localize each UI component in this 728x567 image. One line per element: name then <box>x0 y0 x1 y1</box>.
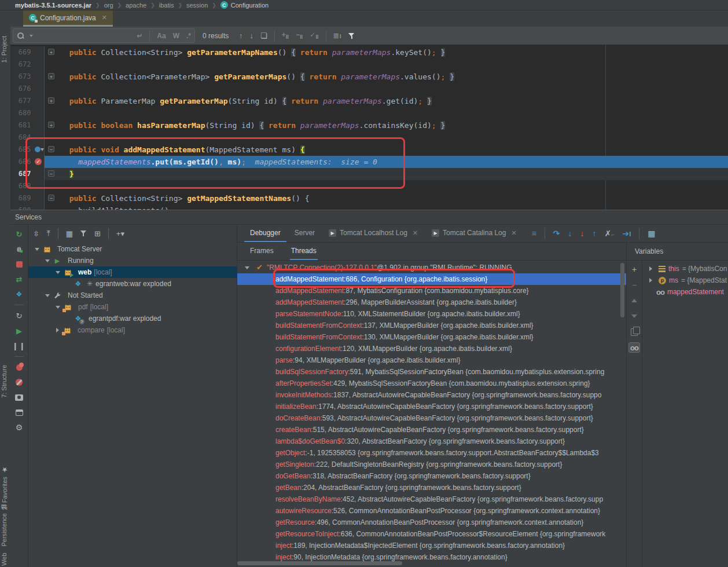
stack-frame-row[interactable]: initializeBean:1774, AbstractAutowireCap… <box>237 401 626 412</box>
stack-frame-row[interactable]: addMappedStatement:296, MapperBuilderAss… <box>237 297 626 308</box>
chevron-down-icon[interactable] <box>45 294 50 297</box>
code-line[interactable]: 684 <box>10 131 728 144</box>
stack-frame-row[interactable]: addMappedStatement:686, Configuration {o… <box>237 273 626 285</box>
breadcrumb-item[interactable]: org <box>104 2 113 9</box>
gutter[interactable]: 684 <box>10 131 45 144</box>
services-filter-icon[interactable] <box>80 230 87 237</box>
gutter[interactable]: 677 <box>10 95 45 107</box>
evaluate-expression-icon[interactable]: ▦ <box>648 229 655 238</box>
close-icon[interactable]: ✕ <box>413 229 418 237</box>
gutter-icon-slot[interactable] <box>33 204 44 210</box>
code-line-text[interactable]: + public boolean hasParameterMap(String … <box>45 119 728 131</box>
collapse-all-icon[interactable]: ⤒ <box>47 229 50 238</box>
gutter-icon-slot[interactable] <box>33 192 44 204</box>
gutter-icon-slot[interactable] <box>33 180 44 192</box>
code-line-text[interactable]: − public void addMappedStatement(MappedS… <box>45 144 728 156</box>
gutter-icon-slot[interactable] <box>33 144 44 156</box>
gutter[interactable]: 686✓ <box>10 156 45 168</box>
gutter[interactable]: 669 <box>10 46 45 58</box>
fold-expand-icon[interactable]: + <box>48 122 54 128</box>
code-line[interactable]: 687− } <box>10 168 728 180</box>
gutter[interactable]: 688 <box>10 180 45 192</box>
vertical-scrollbar[interactable] <box>620 263 624 317</box>
fold-collapse-icon[interactable]: − <box>48 195 54 201</box>
add-occurrence-icon[interactable]: +Ⅱ <box>282 31 289 40</box>
rerun-icon[interactable]: ↻ <box>14 229 24 239</box>
search-input[interactable]: ↵ Aa W .* <box>13 28 195 43</box>
tool-window-button-persistence[interactable]: Persistence▤ <box>1 504 8 546</box>
close-icon[interactable]: ✕ <box>102 14 107 21</box>
group-by-icon[interactable]: ▦ <box>66 229 73 238</box>
thread-row[interactable]: ✔"RMI TCP Connection(2)-127.0.0.1"@1,902… <box>237 262 626 273</box>
code-line[interactable]: 689− public Collection<String> getMapped… <box>10 192 728 204</box>
force-step-into-icon[interactable]: ↓ <box>580 229 584 238</box>
stack-frame-row[interactable]: getResource:496, CommonAnnotationBeanPos… <box>237 517 626 528</box>
run-to-cursor-icon[interactable]: ➔I <box>623 229 631 238</box>
breadcrumb-item[interactable]: session <box>186 2 208 9</box>
select-occurrences-icon[interactable]: ❏ <box>260 31 267 40</box>
remove-occurrence-icon[interactable]: −Ⅱ <box>296 31 303 40</box>
stack-frame-row[interactable]: buildStatementFromContext:130, XMLMapper… <box>237 331 626 343</box>
regex-toggle[interactable]: .* <box>186 32 191 40</box>
gutter[interactable]: 690 <box>10 204 45 210</box>
stack-frame-row[interactable]: parse:94, XMLMapperBuilder {org.apache.i… <box>237 354 626 366</box>
subtab-frames[interactable]: Frames <box>249 243 275 260</box>
code-line-text[interactable]: − } <box>45 168 728 180</box>
new-frame-icon[interactable]: ⊞ <box>94 229 101 238</box>
step-into-icon[interactable]: ↓ <box>568 229 572 238</box>
code-line[interactable]: 688 <box>10 180 728 192</box>
tree-item-running[interactable]: ▶Running <box>28 255 237 266</box>
previous-occurrence-icon[interactable]: ↑ <box>239 31 243 40</box>
fold-collapse-icon[interactable]: − <box>48 170 54 177</box>
filter-icon[interactable] <box>348 32 355 39</box>
breadcrumb-item[interactable]: CConfiguration <box>220 1 269 9</box>
stack-frame-row[interactable]: resolveBeanByName:452, AbstractAutowireC… <box>237 493 626 505</box>
update-apps-icon[interactable]: ⇄ <box>14 275 24 284</box>
match-case-toggle[interactable]: Aa <box>157 32 166 40</box>
move-up-icon[interactable] <box>628 295 640 306</box>
gutter[interactable]: 687 <box>10 168 45 180</box>
filter-lines-icon[interactable]: ≣ı <box>333 31 342 40</box>
code-line-text[interactable]: − public Collection<String> getMappedSta… <box>45 192 728 204</box>
step-out-icon[interactable]: ↑ <box>593 229 597 238</box>
show-watches-icon[interactable]: oo <box>628 342 640 353</box>
deploy-icon[interactable]: ❖ <box>14 290 24 299</box>
gutter[interactable]: 685 <box>10 144 45 156</box>
stack-frame-row[interactable]: doGetBean:318, AbstractBeanFactory {org.… <box>237 470 626 482</box>
verified-breakpoint-icon[interactable]: ✓ <box>35 158 42 165</box>
stack-frame-row[interactable]: invokeInitMethods:1837, AbstractAutowire… <box>237 389 626 401</box>
tree-item-pdf[interactable]: pdf[local] <box>28 301 237 313</box>
stack-frame-row[interactable]: parseStatementNode:110, XMLStatementBuil… <box>237 308 626 320</box>
tree-item-compare[interactable]: compare[local] <box>28 324 237 336</box>
line-number[interactable]: 673 <box>10 71 33 83</box>
tab-tomcat-catalina-log[interactable]: ▶Tomcat Catalina Log✕ <box>426 225 523 242</box>
gutter-icon-slot[interactable] <box>33 168 44 180</box>
code-line[interactable]: 685− public void addMappedStatement(Mapp… <box>10 144 728 156</box>
chevron-down-icon[interactable] <box>56 306 60 309</box>
line-number[interactable]: 685 <box>10 144 33 156</box>
next-occurrence-icon[interactable]: ↓ <box>250 31 254 40</box>
line-number[interactable]: 677 <box>10 95 33 107</box>
variable-row[interactable]: pms= {MappedStat <box>642 275 728 286</box>
line-number[interactable]: 681 <box>10 119 33 131</box>
chevron-down-icon[interactable] <box>45 259 50 262</box>
chevron-down-icon[interactable] <box>245 266 249 269</box>
code-line-text[interactable]: + public Collection<String> getParameter… <box>45 46 728 58</box>
chevron-down-icon[interactable] <box>35 248 39 251</box>
tool-window-button----project[interactable]: 1: Project <box>1 36 8 65</box>
gutter-icon-slot[interactable] <box>33 107 44 119</box>
words-toggle[interactable]: W <box>173 32 179 40</box>
code-line-text[interactable] <box>45 58 728 71</box>
chevron-right-icon[interactable] <box>649 278 652 283</box>
gutter-icon-slot[interactable]: ✓ <box>33 156 44 168</box>
line-number[interactable]: 680 <box>10 107 33 119</box>
gutter-icon-slot[interactable] <box>33 71 44 83</box>
search-history-chevron-icon[interactable] <box>30 35 33 37</box>
tab-server[interactable]: Server <box>289 225 321 242</box>
drop-frame-icon[interactable]: ✗⌐ <box>605 229 615 238</box>
stack-frame-row[interactable]: doCreateBean:593, AbstractAutowireCapabl… <box>237 412 626 424</box>
code-line[interactable]: 677+ public ParameterMap getParameterMap… <box>10 95 728 107</box>
fold-expand-icon[interactable]: + <box>48 97 54 104</box>
gutter-icon-slot[interactable] <box>33 95 44 107</box>
code-line-text[interactable] <box>45 83 728 95</box>
